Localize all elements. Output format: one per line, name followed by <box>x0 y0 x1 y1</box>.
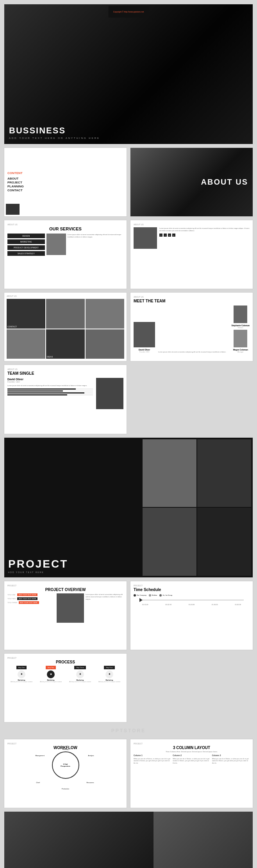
contents-header: CONTENT <box>7 171 23 175</box>
slide-9-project-cover: PROJECT ADD YOUR TEXT HERE <box>4 437 253 578</box>
workflow-diagram: 6 VitalPerspectives Planning Analysis Re… <box>48 751 83 787</box>
svc-btn-2: MARKETING <box>7 239 45 244</box>
timeline-markers: Our Company Boldina Jio, Inc Group <box>134 594 250 597</box>
slide-14-heading: 3 COLUMN LAYOUT <box>134 746 250 750</box>
team-member-3-role: Manager <box>237 351 244 353</box>
copyright-url: http://www.pptstore.net <box>124 11 144 13</box>
skill-bar-2 <box>7 390 93 392</box>
overview-layout: TITLE ONE ADD YOUR TEXT HERE TITLE TWO A… <box>7 593 123 623</box>
slide-6-label: ABOUT US <box>7 295 16 297</box>
tl-label-2: Boldina <box>152 594 157 596</box>
tl-marker-1: Our Company <box>134 594 146 597</box>
step-desc-3: Add any text here from your content <box>69 681 91 683</box>
step-label-2: Step Two <box>46 666 56 669</box>
single-name: David Oliver <box>7 378 93 381</box>
proj-img-3 <box>143 508 196 575</box>
tl-marker-3: Jio, Inc Group <box>159 594 172 597</box>
tl-marker-2: Boldina <box>149 594 157 597</box>
tl-dot-1 <box>134 594 136 597</box>
slide-1-business-cover: Copyright © http://www.pptstore.net BUSS… <box>4 4 253 144</box>
timeline: Our Company Boldina Jio, Inc Group 01.01… <box>134 594 250 606</box>
col-3: Column 3 What you can do in Notion, or w… <box>212 754 250 764</box>
ov-label-3: TITLE THREE <box>7 602 18 604</box>
grid-cell-3 <box>86 299 124 329</box>
slide-5-label: ABOUT US <box>134 223 143 226</box>
planning-cover-img <box>153 812 253 868</box>
grid-cell-5-label: IDEAS <box>47 356 53 358</box>
slide-11-time-schedule: PROJECT Time Schedule Our Company Boldin… <box>130 581 253 650</box>
slide-7-meet-team: ABOUT US MEET THE TEAM David Oliver Foun… <box>130 292 253 361</box>
step-desc-2: Add any text here from your content <box>40 681 62 683</box>
slide-1-title: BUSSINESS <box>9 126 66 136</box>
grid-cell-6 <box>86 329 124 359</box>
slide-8-heading: TEAM SINGLE <box>7 371 34 376</box>
slide-4-label: ABOUT US <box>7 223 17 226</box>
skill-bar-3 <box>7 392 93 394</box>
contents-list: ABOUT PROJECT PLANNING CONTACT <box>7 176 24 192</box>
step-label-4: Step Four <box>104 666 115 669</box>
contents-item-2: PROJECT <box>7 181 24 184</box>
slide-10-label: PROJECT <box>7 584 16 587</box>
svc-btn-1: DESIGN <box>7 234 45 238</box>
tl-dot-2 <box>149 594 151 597</box>
team-member-1: David Oliver Founder, CEO <box>134 322 155 353</box>
copyright-red: Copyright © <box>113 11 123 13</box>
services-layout: DESIGN MARKETING PRODUCT DEVELOPMENT SAL… <box>7 234 123 256</box>
social-in[interactable]: in <box>168 234 171 237</box>
project-subtitle: ADD YOUR TEXT HERE <box>8 571 68 573</box>
social-yt[interactable]: y <box>172 234 175 237</box>
services-image <box>46 234 66 255</box>
team-photo-2 <box>234 306 247 323</box>
team-single-info: David Oliver Founder, CEO Lorem ipsum do… <box>7 378 93 409</box>
proj-img-1 <box>143 439 196 507</box>
slide-11-label: PROJECT <box>134 584 143 587</box>
slide-10-heading: PROJECT OVERVIEW <box>7 588 123 592</box>
about-text: Lorem ipsum dolor sit amet consectetur a… <box>159 227 250 232</box>
slide-7-heading: MEET THE TEAM <box>134 299 166 303</box>
slide-13-label: PROJECT <box>7 742 16 745</box>
services-text: Lorem ipsum dolor sit amet consectetur a… <box>68 234 123 256</box>
tl-date-5: 01.05.00 <box>235 604 241 606</box>
skills-section <box>7 388 93 395</box>
step-icon-2: ★ <box>47 670 55 678</box>
wf-item-1: Planning <box>62 748 69 750</box>
social-fb[interactable]: f <box>159 234 162 237</box>
skill-bar-4 <box>7 394 93 395</box>
tl-label-1: Our Company <box>137 594 146 596</box>
col-layout: Column 1 What you can do in Notion, or w… <box>134 754 250 764</box>
step-label-1: Step One <box>16 666 27 669</box>
slide-7-label: ABOUT US <box>134 296 143 298</box>
project-images <box>141 438 253 577</box>
social-tw[interactable]: t <box>164 234 167 237</box>
contents-item-3: PLANNING <box>7 185 24 188</box>
team-single-photo <box>96 378 123 409</box>
col-1-header: Column 1 <box>134 754 171 757</box>
process-step-4: Step Four ✦ Marketing Add any text here … <box>95 666 123 683</box>
about-text-col: Lorem ipsum dolor sit amet consectetur a… <box>159 227 250 249</box>
slides-grid: Copyright © http://www.pptstore.net BUSS… <box>4 4 253 868</box>
slide-5-about-info: ABOUT US Lorem ipsum dolor sit amet cons… <box>130 220 253 289</box>
slide-4-our-services: ABOUT US OUR SERVICES DESIGN MARKETING P… <box>4 220 127 289</box>
ov-label-1: TITLE ONE <box>7 594 16 596</box>
slide-13-workflow: PROJECT WORKFLOW 6 VitalPerspectives Pla… <box>4 739 127 808</box>
about-cover-title: ABOUT US <box>201 178 248 187</box>
team-description: Lorem ipsum dolor sit amet consectetur a… <box>158 351 228 353</box>
single-desc: Lorem ipsum dolor sit amet consectetur a… <box>7 385 93 387</box>
timeline-bar <box>139 600 244 600</box>
wf-item-6: Management <box>36 755 45 757</box>
slide-11-heading: Time Schedule <box>134 588 161 592</box>
workflow-center-text: 6 VitalPerspectives <box>61 763 70 767</box>
skill-fill-1 <box>7 388 76 390</box>
team-member-2: Stephanie Coleman Director <box>232 306 250 329</box>
slide-12-heading: PROCESS <box>7 660 123 664</box>
svc-btn-3: PRODUCT DEVELOPMENT <box>7 245 45 250</box>
slide-12-label: PROJECT <box>7 657 16 659</box>
tl-date-1: 01.01.00 <box>142 604 148 606</box>
team-row: David Oliver Founder, CEO Lorem ipsum do… <box>134 306 250 353</box>
ov-value-1: ADD YOUR TEXT HERE <box>17 593 37 596</box>
about-image <box>134 227 157 249</box>
wf-item-5: Chief <box>36 782 40 784</box>
tl-date-2: 01.02.00 <box>165 604 171 606</box>
team-photo-main <box>134 322 155 347</box>
process-step-3: Step Three ✦ Marketing Add any text here… <box>66 666 94 683</box>
